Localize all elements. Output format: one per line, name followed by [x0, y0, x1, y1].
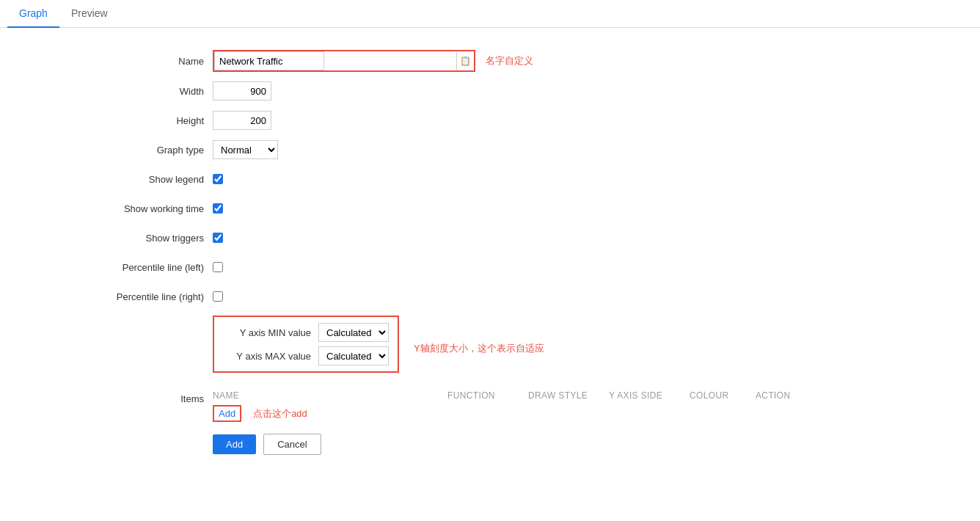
- percentile-left-row: Percentile line (left): [0, 257, 980, 277]
- show-legend-label: Show legend: [0, 174, 213, 185]
- percentile-left-label: Percentile line (left): [0, 262, 213, 273]
- graph-type-label: Graph type: [0, 145, 213, 156]
- percentile-right-row: Percentile line (right): [0, 286, 980, 307]
- name-input[interactable]: [214, 51, 324, 70]
- percentile-right-checkbox[interactable]: [213, 291, 223, 302]
- graph-type-row: Graph type Normal Stacked Pie Exploded B…: [0, 139, 980, 160]
- y-axis-max-label: Y axis MAX value: [223, 351, 318, 362]
- percentile-right-control: [213, 291, 223, 302]
- show-working-time-control: [213, 203, 223, 214]
- name-label: Name: [0, 56, 213, 67]
- items-table-header: NAME FUNCTION DRAW STYLE Y AXIS SIDE COL…: [213, 390, 980, 401]
- graph-type-select[interactable]: Normal Stacked Pie Exploded Bar: [213, 140, 278, 159]
- y-axis-box: Y axis MIN value Calculated Fixed Item Y…: [213, 316, 399, 373]
- name-input-wrapper: 📋: [213, 50, 475, 72]
- percentile-left-checkbox[interactable]: [213, 262, 223, 272]
- col-colour-header: COLOUR: [690, 390, 756, 401]
- show-triggers-row: Show triggers: [0, 227, 980, 248]
- tab-graph[interactable]: Graph: [7, 0, 59, 28]
- percentile-right-label: Percentile line (right): [0, 291, 213, 302]
- name-row: Name 📋 名字自定义: [0, 50, 980, 72]
- cancel-button[interactable]: Cancel: [263, 434, 321, 455]
- height-label: Height: [0, 115, 213, 126]
- y-axis-min-row: Y axis MIN value Calculated Fixed Item: [223, 323, 389, 342]
- show-legend-checkbox[interactable]: [213, 174, 223, 184]
- y-axis-min-select[interactable]: Calculated Fixed Item: [318, 323, 389, 342]
- items-label: Items: [0, 390, 213, 404]
- show-triggers-control: [213, 233, 223, 243]
- add-item-link[interactable]: Add: [213, 405, 241, 422]
- col-yaxis-header: Y AXIS SIDE: [609, 390, 690, 401]
- submit-add-button[interactable]: Add: [213, 434, 256, 454]
- tab-preview[interactable]: Preview: [59, 0, 120, 28]
- macro-icon[interactable]: 📋: [456, 52, 474, 70]
- col-name-header: NAME: [213, 390, 447, 401]
- col-function-header: FUNCTION: [447, 390, 528, 401]
- show-working-time-checkbox[interactable]: [213, 203, 223, 214]
- tabs-bar: Graph Preview: [0, 0, 980, 28]
- graph-form: Name 📋 名字自定义 Width Height Graph type Nor…: [0, 43, 980, 455]
- add-item-annotation: 点击这个add: [253, 407, 307, 420]
- show-triggers-checkbox[interactable]: [213, 233, 223, 243]
- col-action-header: ACTION: [756, 390, 829, 401]
- width-control: [213, 81, 271, 101]
- show-triggers-label: Show triggers: [0, 233, 213, 244]
- height-control: [213, 111, 271, 130]
- col-draw-header: DRAW STYLE: [528, 390, 609, 401]
- items-table-area: NAME FUNCTION DRAW STYLE Y AXIS SIDE COL…: [213, 390, 980, 422]
- graph-type-control: Normal Stacked Pie Exploded Bar: [213, 140, 278, 159]
- y-axis-annotation: Y轴刻度大小，这个表示自适应: [414, 342, 544, 355]
- y-axis-min-label: Y axis MIN value: [223, 327, 318, 338]
- items-section: Items NAME FUNCTION DRAW STYLE Y AXIS SI…: [0, 390, 980, 422]
- height-row: Height: [0, 110, 980, 131]
- bottom-buttons: Add Cancel: [0, 434, 980, 455]
- height-input[interactable]: [213, 111, 271, 130]
- percentile-left-control: [213, 262, 223, 272]
- show-working-time-label: Show working time: [0, 203, 213, 214]
- y-axis-max-row: Y axis MAX value Calculated Fixed Item: [223, 346, 389, 365]
- show-legend-control: [213, 174, 223, 184]
- name-annotation: 名字自定义: [486, 54, 533, 68]
- name-control: 📋 名字自定义: [213, 50, 533, 72]
- show-working-time-row: Show working time: [0, 198, 980, 219]
- width-row: Width: [0, 81, 980, 101]
- y-axis-max-select[interactable]: Calculated Fixed Item: [318, 346, 389, 365]
- show-legend-row: Show legend: [0, 169, 980, 189]
- width-label: Width: [0, 86, 213, 97]
- name-spacer: [324, 52, 456, 70]
- width-input[interactable]: [213, 81, 271, 101]
